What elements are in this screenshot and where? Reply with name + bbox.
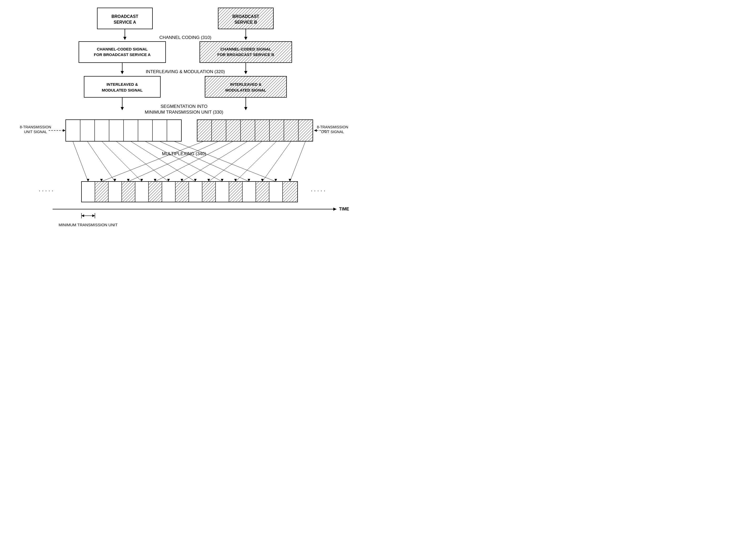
svg-rect-32 [149,181,162,202]
mux-line-a8 [174,141,276,181]
arrowhead-a-1 [123,37,126,40]
diagram-container: BROADCAST SERVICE A BROADCAST SERVICE B … [0,0,378,272]
mux-line-b2 [128,141,219,181]
arrowhead-b-1 [244,37,247,40]
time-arrow [333,207,336,211]
mtu-label: MINIMUM TRANSMISSION UNIT [59,222,118,227]
svg-rect-35 [229,181,242,202]
mux-line-b7 [262,141,291,181]
interleaved-a-box [84,76,160,97]
mux-line-b1 [101,141,204,181]
svg-marker-58 [140,179,143,181]
svg-rect-31 [122,181,135,202]
mux-line-b8 [290,141,305,181]
svg-marker-5 [121,71,124,74]
svg-marker-60 [167,179,170,181]
tu-right-label2: UNIT SIGNAL [321,130,344,134]
channel-coded-a-box [79,42,166,63]
time-label: TIME [339,207,349,211]
svg-marker-69 [289,179,291,181]
tu-left-label2: UNIT SIGNAL [24,130,47,134]
svg-rect-33 [175,181,189,202]
service-a-label: BROADCAST [111,14,138,19]
svg-marker-62 [194,179,197,181]
channel-coded-b-label1: CHANNEL-CODED SIGNAL [220,47,271,51]
interleaved-b-label2: MODULATED SIGNAL [225,88,266,92]
mux-line-a6 [145,141,222,181]
channel-coded-b-box [200,42,292,63]
svg-rect-30 [95,181,108,202]
interleaved-b-label1: INTERLEAVED & [230,82,262,86]
mux-line-a3 [102,141,142,181]
dots-left: · · · · · [39,187,53,194]
svg-marker-12 [244,107,247,110]
mtu-arrow-right [92,214,95,217]
interleaved-b-box [205,76,287,97]
svg-marker-65 [234,179,237,181]
channel-coded-b-label2: FOR BROADCAST SERVICE B [217,52,274,57]
interleaved-a-label2: MODULATED SIGNAL [102,88,143,92]
segmentation-label1: SEGMENTATION INTO [161,104,208,109]
channel-coded-a-label2: FOR BROADCAST SERVICE A [94,52,151,57]
mux-line-b3 [155,141,233,181]
channel-coded-a-label1: CHANNEL-CODED SIGNAL [97,47,147,51]
svg-rect-36 [256,181,269,202]
svg-marker-13 [63,129,65,132]
mux-line-a5 [131,141,195,181]
tu-left-label1: 8-TRANSMISSION [20,125,51,129]
svg-marker-7 [244,71,247,74]
dots-right: · · · · · [311,187,325,194]
svg-marker-61 [181,179,183,181]
mux-line-b6 [236,141,277,181]
interleaved-a-label1: INTERLEAVED & [106,82,138,86]
channel-coding-label: CHANNEL CODING (310) [159,35,211,40]
mux-line-a4 [116,141,168,181]
segmentation-label2: MINIMUM TRANSMISSION UNIT (330) [145,110,223,115]
svg-marker-54 [87,179,89,181]
svg-rect-37 [283,181,298,202]
service-a-label2: SERVICE A [114,20,136,24]
service-b-label: BROADCAST [232,14,259,19]
mtu-arrow-left [81,214,84,217]
multiplexing-label: MULTIPLEXING (340) [162,151,206,156]
mux-line-b4 [182,141,248,181]
service-b-label2: SERVICE B [234,20,257,24]
svg-marker-63 [207,179,210,181]
interleaving-label: INTERLEAVING & MODULATION (320) [146,69,225,74]
svg-rect-34 [202,181,216,202]
mux-line-a2 [87,141,115,181]
mux-line-a1 [73,141,88,181]
tu-right-label1: 8-TRANSMISSION [317,125,348,129]
svg-marker-29 [314,129,317,132]
svg-marker-10 [121,107,124,110]
